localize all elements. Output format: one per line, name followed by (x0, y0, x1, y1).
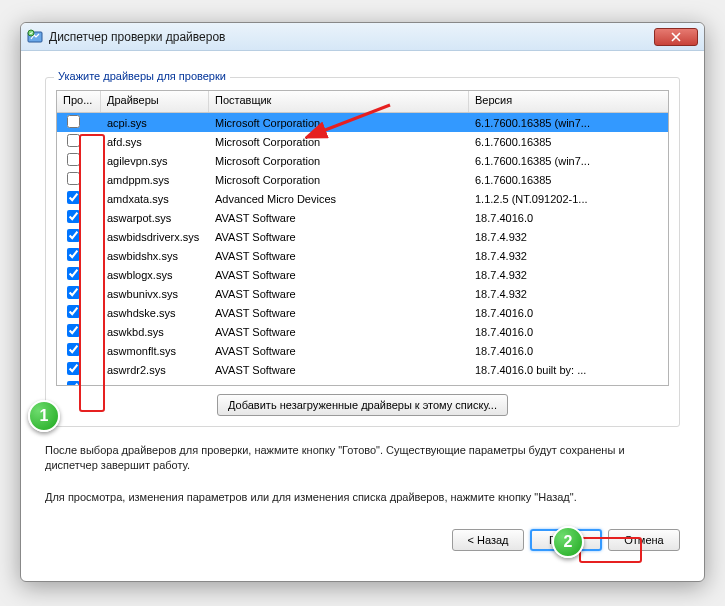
close-button[interactable] (654, 28, 698, 46)
vendor-cell: AVAST Software (209, 268, 469, 282)
version-cell: 6.1.7600.16385 (469, 135, 668, 149)
driver-name-cell: agilevpn.sys (101, 154, 209, 168)
driver-checkbox[interactable] (67, 153, 80, 166)
cancel-button[interactable]: Отмена (608, 529, 680, 551)
help-text-1: После выбора драйверов для проверки, наж… (45, 443, 680, 474)
version-cell: 18.7.4.932 (469, 268, 668, 282)
driver-checkbox[interactable] (67, 286, 80, 299)
version-cell: 18.7.4016.0 (469, 344, 668, 358)
table-row[interactable]: aswbunivx.sysAVAST Software18.7.4.932 (57, 284, 668, 303)
table-row[interactable]: agilevpn.sysMicrosoft Corporation6.1.760… (57, 151, 668, 170)
driver-name-cell: aswhdske.sys (101, 306, 209, 320)
content-area: Укажите драйверы для проверки Про... Дра… (21, 51, 704, 519)
version-cell: 18.7.4016.0 (469, 306, 668, 320)
driver-select-group: Укажите драйверы для проверки Про... Дра… (45, 77, 680, 427)
driver-name-cell: aswbidshx.sys (101, 249, 209, 263)
version-cell: 18.7.4.932 (469, 230, 668, 244)
vendor-cell: Microsoft Corporation (209, 154, 469, 168)
driver-checkbox[interactable] (67, 229, 80, 242)
version-cell: 18.7.4016.0 (469, 211, 668, 225)
dialog-window: Диспетчер проверки драйверов Укажите дра… (20, 22, 705, 582)
table-row[interactable]: amdppm.sysMicrosoft Corporation6.1.7600.… (57, 170, 668, 189)
table-row[interactable]: acpi.sysMicrosoft Corporation6.1.7600.16… (57, 113, 668, 132)
vendor-cell: AVAST Software (209, 230, 469, 244)
table-row[interactable]: aswbidshx.sysAVAST Software18.7.4.932 (57, 246, 668, 265)
vendor-cell: AVAST Software (209, 325, 469, 339)
app-icon (27, 29, 43, 45)
vendor-cell: AVAST Software (209, 211, 469, 225)
version-cell: 6.1.7600.16385 (win7... (469, 116, 668, 130)
back-button[interactable]: < Назад (452, 529, 524, 551)
driver-checkbox[interactable] (67, 381, 80, 385)
driver-checkbox[interactable] (67, 248, 80, 261)
col-header-check[interactable]: Про... (57, 91, 101, 112)
version-cell: 18.7.4016.0 built by: ... (469, 363, 668, 377)
table-row[interactable]: amdxata.sysAdvanced Micro Devices1.1.2.5… (57, 189, 668, 208)
driver-checkbox[interactable] (67, 134, 80, 147)
vendor-cell: Advanced Micro Devices (209, 192, 469, 206)
driver-name-cell: amdxata.sys (101, 192, 209, 206)
vendor-cell: AVAST Software (209, 382, 469, 386)
version-cell: 6.1.7600.16385 (469, 173, 668, 187)
window-title: Диспетчер проверки драйверов (49, 30, 654, 44)
version-cell: 1.1.2.5 (NT.091202-1... (469, 192, 668, 206)
table-row[interactable]: aswrvrt.sysAVAST Software18.7.4016.0 (57, 379, 668, 385)
driver-name-cell: amdppm.sys (101, 173, 209, 187)
vendor-cell: AVAST Software (209, 363, 469, 377)
finish-button[interactable]: Готово (530, 529, 602, 551)
driver-checkbox[interactable] (67, 362, 80, 375)
driver-checkbox[interactable] (67, 343, 80, 356)
col-header-vendor[interactable]: Поставщик (209, 91, 469, 112)
vendor-cell: Microsoft Corporation (209, 135, 469, 149)
driver-checkbox[interactable] (67, 210, 80, 223)
table-row[interactable]: aswrdr2.sysAVAST Software18.7.4016.0 bui… (57, 360, 668, 379)
col-header-drivers[interactable]: Драйверы (101, 91, 209, 112)
vendor-cell: AVAST Software (209, 306, 469, 320)
version-cell: 18.7.4.932 (469, 249, 668, 263)
table-row[interactable]: aswbidsdriverx.sysAVAST Software18.7.4.9… (57, 227, 668, 246)
driver-name-cell: acpi.sys (101, 116, 209, 130)
vendor-cell: Microsoft Corporation (209, 116, 469, 130)
driver-name-cell: aswmonflt.sys (101, 344, 209, 358)
driver-name-cell: aswrdr2.sys (101, 363, 209, 377)
driver-checkbox[interactable] (67, 115, 80, 128)
vendor-cell: AVAST Software (209, 287, 469, 301)
add-unloaded-drivers-button[interactable]: Добавить незагруженные драйверы к этому … (217, 394, 508, 416)
vendor-cell: AVAST Software (209, 249, 469, 263)
group-label: Укажите драйверы для проверки (54, 70, 230, 82)
table-row[interactable]: aswarpot.sysAVAST Software18.7.4016.0 (57, 208, 668, 227)
driver-name-cell: aswbidsdriverx.sys (101, 230, 209, 244)
driver-name-cell: aswarpot.sys (101, 211, 209, 225)
driver-checkbox[interactable] (67, 267, 80, 280)
version-cell: 18.7.4016.0 (469, 325, 668, 339)
list-header[interactable]: Про... Драйверы Поставщик Версия (57, 91, 668, 113)
table-row[interactable]: afd.sysMicrosoft Corporation6.1.7600.163… (57, 132, 668, 151)
driver-checkbox[interactable] (67, 305, 80, 318)
driver-name-cell: aswrvrt.sys (101, 382, 209, 386)
table-row[interactable]: aswmonflt.sysAVAST Software18.7.4016.0 (57, 341, 668, 360)
driver-checkbox[interactable] (67, 324, 80, 337)
driver-name-cell: aswbunivx.sys (101, 287, 209, 301)
driver-name-cell: aswblogx.sys (101, 268, 209, 282)
table-row[interactable]: aswblogx.sysAVAST Software18.7.4.932 (57, 265, 668, 284)
driver-checkbox[interactable] (67, 191, 80, 204)
version-cell: 18.7.4.932 (469, 287, 668, 301)
table-row[interactable]: aswhdske.sysAVAST Software18.7.4016.0 (57, 303, 668, 322)
driver-name-cell: aswkbd.sys (101, 325, 209, 339)
list-body[interactable]: acpi.sysMicrosoft Corporation6.1.7600.16… (57, 113, 668, 385)
version-cell: 6.1.7600.16385 (win7... (469, 154, 668, 168)
vendor-cell: AVAST Software (209, 344, 469, 358)
driver-list[interactable]: Про... Драйверы Поставщик Версия acpi.sy… (56, 90, 669, 386)
help-text-2: Для просмотра, изменения параметров или … (45, 490, 680, 505)
col-header-version[interactable]: Версия (469, 91, 668, 112)
dialog-footer: < Назад Готово Отмена (21, 519, 704, 567)
vendor-cell: Microsoft Corporation (209, 173, 469, 187)
driver-name-cell: afd.sys (101, 135, 209, 149)
table-row[interactable]: aswkbd.sysAVAST Software18.7.4016.0 (57, 322, 668, 341)
driver-checkbox[interactable] (67, 172, 80, 185)
version-cell: 18.7.4016.0 (469, 382, 668, 386)
titlebar[interactable]: Диспетчер проверки драйверов (21, 23, 704, 51)
